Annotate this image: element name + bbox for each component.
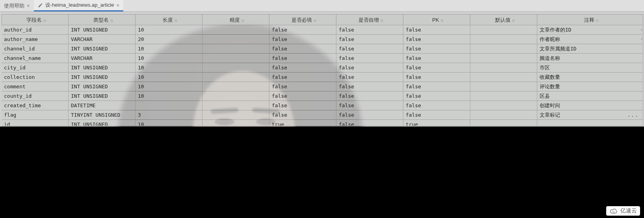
col-header-default[interactable]: 默认值◇ [470, 14, 537, 25]
cell-comment[interactable]: 频道名称 [537, 54, 643, 63]
cell-autoinc[interactable]: false [336, 82, 403, 91]
cell-pk[interactable]: true [403, 120, 470, 126]
table-row[interactable]: id INT UNSIGNED 10 true false true [2, 120, 643, 126]
cell-notnull[interactable]: false [269, 73, 336, 82]
table-row[interactable]: author_id INT UNSIGNED 10 false false fa… [2, 25, 643, 35]
cell-type[interactable]: INT UNSIGNED [69, 25, 135, 34]
cell-comment[interactable]: 文章标记 ... [537, 110, 643, 119]
col-header-length[interactable]: 长度◇ [135, 14, 202, 25]
table-row[interactable]: county_id INT UNSIGNED 10 false false fa… [2, 91, 643, 101]
table-row[interactable]: flag TINYINT UNSIGNED 3 false false fals… [2, 110, 643, 120]
cell-comment[interactable]: 文章所属频道ID [537, 44, 643, 53]
cell-notnull[interactable]: true [269, 120, 336, 126]
cell-pk[interactable]: false [403, 82, 470, 91]
cell-field[interactable]: channel_id [2, 44, 69, 53]
cell-field[interactable]: channel_name [2, 54, 69, 63]
cell-default[interactable] [470, 110, 537, 119]
col-header-precision[interactable]: 精度◇ [202, 14, 269, 25]
cell-field[interactable]: comment [2, 82, 69, 91]
cell-type[interactable]: DATETIME [69, 101, 135, 110]
cell-default[interactable] [470, 25, 537, 34]
cell-comment[interactable]: 市区 [537, 63, 643, 72]
cell-autoinc[interactable]: false [336, 120, 403, 126]
cell-type[interactable]: INT UNSIGNED [69, 73, 135, 82]
cell-autoinc[interactable]: false [336, 54, 403, 63]
cell-length[interactable]: 10 [135, 120, 202, 126]
cell-autoinc[interactable]: false [336, 63, 403, 72]
cell-type[interactable]: INT UNSIGNED [69, 91, 135, 101]
ellipsis-button[interactable]: ... [627, 110, 639, 119]
col-header-autoinc[interactable]: 是否自增◇ [336, 14, 403, 25]
cell-precision[interactable] [202, 101, 269, 110]
table-row[interactable]: channel_id INT UNSIGNED 10 false false f… [2, 44, 643, 54]
cell-length[interactable]: 10 [135, 73, 202, 82]
cell-length[interactable] [135, 101, 202, 110]
cell-precision[interactable] [202, 91, 269, 101]
cell-default[interactable] [470, 82, 537, 91]
cell-notnull[interactable]: false [269, 101, 336, 110]
cell-field[interactable]: id [2, 120, 69, 126]
col-header-type[interactable]: 类型名◇ [69, 14, 135, 25]
table-row[interactable]: channel_name VARCHAR 10 false false fals… [2, 54, 643, 63]
table-row[interactable]: city_id INT UNSIGNED 10 false false fals… [2, 63, 643, 73]
cell-precision[interactable] [202, 63, 269, 72]
cell-default[interactable] [470, 63, 537, 72]
cell-comment[interactable]: 作者昵称 [537, 35, 643, 44]
cell-type[interactable]: INT UNSIGNED [69, 63, 135, 72]
cell-default[interactable] [470, 54, 537, 63]
cell-autoinc[interactable]: false [336, 101, 403, 110]
cell-type[interactable]: VARCHAR [69, 35, 135, 44]
cell-pk[interactable]: false [403, 25, 470, 34]
cell-field[interactable]: author_id [2, 25, 69, 34]
col-header-notnull[interactable]: 是否必填◇ [269, 14, 336, 25]
cell-autoinc[interactable]: false [336, 73, 403, 82]
cell-precision[interactable] [202, 73, 269, 82]
cell-default[interactable] [470, 101, 537, 110]
cell-autoinc[interactable]: false [336, 35, 403, 44]
cell-notnull[interactable]: false [269, 35, 336, 44]
cell-length[interactable]: 20 [135, 35, 202, 44]
cell-notnull[interactable]: false [269, 91, 336, 101]
cell-pk[interactable]: false [403, 63, 470, 72]
cell-length[interactable]: 10 [135, 63, 202, 72]
cell-default[interactable] [470, 44, 537, 53]
close-icon[interactable]: × [116, 3, 119, 8]
cell-type[interactable]: INT UNSIGNED [69, 82, 135, 91]
cell-type[interactable]: INT UNSIGNED [69, 44, 135, 53]
cell-pk[interactable]: false [403, 44, 470, 53]
cell-notnull[interactable]: false [269, 110, 336, 119]
cell-pk[interactable]: false [403, 110, 470, 119]
chevron-right-icon[interactable]: › [639, 28, 644, 32]
cell-comment[interactable]: 创建时间 [537, 101, 643, 110]
table-row[interactable]: collection INT UNSIGNED 10 false false f… [2, 73, 643, 82]
cell-autoinc[interactable]: false [336, 44, 403, 53]
cell-length[interactable]: 10 [135, 44, 202, 53]
cell-field[interactable]: city_id [2, 63, 69, 72]
col-header-pk[interactable]: PK◇ [403, 14, 470, 25]
cell-field[interactable]: county_id [2, 91, 69, 101]
cell-comment[interactable]: 文章作者的ID [537, 25, 643, 34]
cell-comment[interactable]: 区县 [537, 91, 643, 101]
cell-length[interactable]: 3 [135, 110, 202, 119]
cell-precision[interactable] [202, 110, 269, 119]
cell-autoinc[interactable]: false [336, 110, 403, 119]
cell-notnull[interactable]: false [269, 44, 336, 53]
cell-comment[interactable]: 评论数量 [537, 82, 643, 91]
cell-pk[interactable]: false [403, 73, 470, 82]
cell-pk[interactable]: false [403, 54, 470, 63]
col-header-field[interactable]: 字段名◇ [2, 14, 69, 25]
cell-precision[interactable] [202, 44, 269, 53]
table-row[interactable]: created_time DATETIME false false false … [2, 101, 643, 110]
table-row[interactable]: comment INT UNSIGNED 10 false false fals… [2, 82, 643, 91]
cell-default[interactable] [470, 91, 537, 101]
cell-default[interactable] [470, 73, 537, 82]
cell-autoinc[interactable]: false [336, 91, 403, 101]
cell-field[interactable]: created_time [2, 101, 69, 110]
close-icon[interactable]: × [27, 3, 30, 8]
cell-length[interactable]: 10 [135, 54, 202, 63]
cell-length[interactable]: 10 [135, 82, 202, 91]
cell-type[interactable]: INT UNSIGNED [69, 120, 135, 126]
cell-notnull[interactable]: false [269, 54, 336, 63]
cell-precision[interactable] [202, 35, 269, 44]
cell-length[interactable]: 10 [135, 25, 202, 34]
